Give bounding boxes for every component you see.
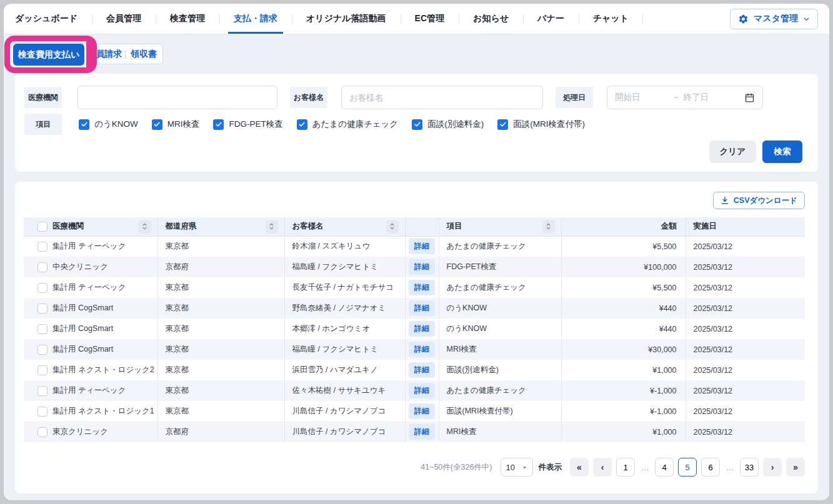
clear-button[interactable]: クリア [709, 141, 756, 163]
customer-cell: 長友千佐子 / ナガトモチサコ [284, 277, 405, 298]
page-button-1[interactable]: 1 [616, 458, 635, 477]
customer-cell: 川島信子 / カワシマノブコ [284, 401, 405, 422]
nav-item-6[interactable]: お知らせ [459, 4, 523, 34]
csv-download-button[interactable]: CSVダウンロード [713, 192, 805, 209]
date-cell: 2025/03/12 [686, 339, 805, 360]
item-checkbox[interactable]: あたまの健康チェック [297, 119, 399, 130]
detail-button[interactable]: 詳細 [409, 383, 435, 398]
checkbox-label: 面談(別途料金) [427, 119, 484, 130]
csv-download-label: CSVダウンロード [734, 195, 797, 206]
amount-cell: ¥100,000 [561, 257, 686, 277]
page-size-select[interactable]: 10 [501, 458, 533, 477]
results-panel: CSVダウンロード 医療機関都道府県お客様名項目金額実施日 集計用 ティーペック… [15, 182, 818, 493]
checkbox-checked-icon[interactable] [297, 119, 307, 130]
column-header[interactable]: 都道府県 [157, 217, 284, 236]
item-checkbox[interactable]: のうKNOW [79, 119, 138, 130]
nav-item-label: EC管理 [415, 13, 444, 24]
page-button-33[interactable]: 33 [740, 458, 759, 477]
detail-button[interactable]: 詳細 [409, 362, 435, 378]
sort-icon[interactable] [542, 220, 555, 233]
page-button-4[interactable]: 4 [655, 458, 674, 477]
column-header[interactable]: お客様名 [284, 217, 405, 236]
amount-cell: ¥440 [561, 298, 686, 319]
select-all-checkbox[interactable] [37, 222, 47, 232]
detail-button[interactable]: 詳細 [409, 280, 435, 295]
date-cell: 2025/03/12 [686, 422, 805, 442]
item-checkbox[interactable]: 面談(別途料金) [412, 119, 484, 130]
checkbox-checked-icon[interactable] [79, 119, 89, 130]
item-cell: 面談(別途料金) [439, 360, 561, 380]
org-cell: 中央クリニック [24, 257, 157, 277]
row-checkbox[interactable] [37, 242, 47, 252]
first-page-button[interactable]: « [570, 458, 589, 477]
nav-item-4[interactable]: オリジナル落語動画 [292, 4, 401, 34]
nav-item-8[interactable]: チャット [579, 4, 643, 34]
next-page-button[interactable]: › [763, 458, 782, 477]
detail-button[interactable]: 詳細 [409, 424, 435, 440]
checkbox-checked-icon[interactable] [497, 119, 508, 130]
pref-cell: 東京都 [157, 298, 284, 319]
master-management-button[interactable]: マスタ管理 [730, 9, 818, 29]
detail-button[interactable]: 詳細 [409, 342, 435, 357]
nav-item-5[interactable]: EC管理 [401, 4, 459, 34]
sort-icon[interactable] [386, 220, 399, 233]
pref-cell: 京都府 [157, 422, 284, 442]
org-name: 集計用 ティーペック [52, 385, 126, 396]
date-range-input[interactable]: 開始日 ~ 終了日 [607, 86, 763, 109]
amount-cell: ¥440 [561, 319, 686, 339]
nav-item-3[interactable]: 支払・請求 [219, 4, 292, 34]
calendar-icon[interactable] [744, 92, 755, 103]
row-checkbox[interactable] [37, 283, 47, 293]
last-page-button[interactable]: » [786, 458, 805, 477]
row-checkbox[interactable] [37, 407, 47, 417]
nav-item-7[interactable]: バナー [523, 4, 579, 34]
pref-cell: 東京都 [157, 401, 284, 422]
page-button-6[interactable]: 6 [701, 458, 720, 477]
column-header-label: 都道府県 [166, 221, 197, 232]
top-navbar: ダッシュボード会員管理検査管理支払・請求オリジナル落語動画EC管理お知らせバナー… [4, 4, 829, 34]
item-checkbox[interactable]: MRI検査 [152, 119, 200, 130]
sort-icon[interactable] [139, 220, 151, 233]
detail-button[interactable]: 詳細 [409, 321, 435, 337]
page-buttons: «‹1…456…33›» [570, 458, 805, 477]
checkbox-checked-icon[interactable] [152, 119, 162, 130]
nav-item-1[interactable]: 会員管理 [92, 4, 156, 34]
row-checkbox[interactable] [37, 386, 47, 396]
item-cell: FDG-PET検査 [439, 257, 561, 277]
checkbox-checked-icon[interactable] [213, 119, 224, 130]
column-header-label: 金額 [661, 221, 677, 232]
column-header[interactable]: 項目 [439, 217, 561, 236]
detail-button[interactable]: 詳細 [409, 259, 435, 275]
amount-cell: ¥-1,000 [561, 401, 686, 422]
tab-0[interactable]: 検査費用支払い [13, 44, 84, 66]
page-button-5[interactable]: 5 [678, 458, 697, 477]
row-checkbox[interactable] [37, 262, 47, 272]
sort-icon[interactable] [266, 220, 278, 233]
detail-button[interactable]: 詳細 [409, 403, 435, 419]
row-checkbox[interactable] [37, 345, 47, 355]
detail-button[interactable]: 詳細 [409, 239, 435, 254]
item-checkbox[interactable]: 面談(MRI検査付帯) [497, 119, 585, 130]
date-cell: 2025/03/12 [686, 401, 805, 422]
nav-item-2[interactable]: 検査管理 [156, 4, 219, 34]
customer-input[interactable] [341, 86, 543, 109]
pref-cell: 京都府 [157, 257, 284, 277]
tab-1[interactable]: 会員請求 [84, 44, 125, 64]
org-cell: 集計用 ネクスト・ロジック2 [24, 360, 157, 380]
row-checkbox[interactable] [37, 365, 47, 375]
nav-item-0[interactable]: ダッシュボード [15, 4, 92, 34]
table-row: 集計用 CogSmart東京都本郷澪 / ホンゴウミオ詳細のうKNOW¥4402… [24, 319, 805, 339]
checkbox-checked-icon[interactable] [412, 119, 422, 130]
tab-2[interactable]: 領収書 [125, 44, 162, 64]
chevron-down-icon [803, 16, 810, 22]
row-checkbox[interactable] [37, 427, 47, 437]
prev-page-button[interactable]: ‹ [593, 458, 612, 477]
caret-down-icon [522, 465, 527, 470]
row-checkbox[interactable] [37, 324, 47, 334]
item-checkbox[interactable]: FDG-PET検査 [213, 119, 282, 130]
row-checkbox[interactable] [37, 304, 47, 314]
org-input[interactable] [77, 86, 277, 109]
search-button[interactable]: 検索 [762, 141, 802, 163]
column-header[interactable]: 医療機関 [24, 217, 157, 236]
detail-button[interactable]: 詳細 [409, 300, 435, 316]
